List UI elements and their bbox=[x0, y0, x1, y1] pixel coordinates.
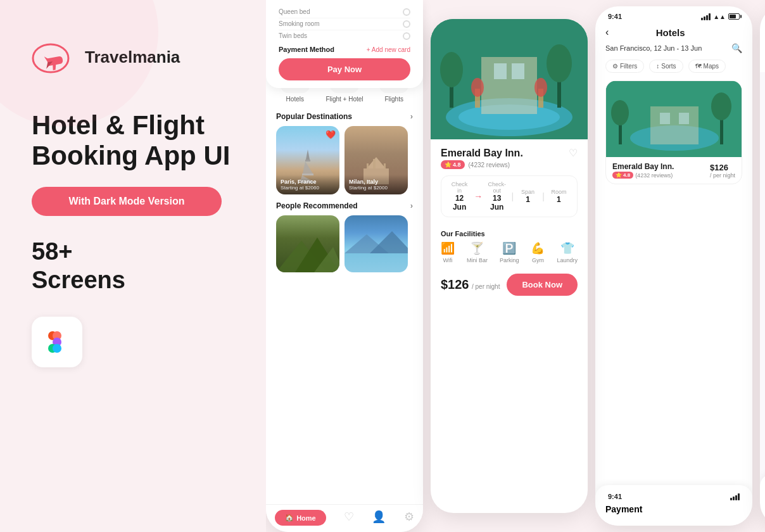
paris-card[interactable]: ❤️ Paris, France Starting at $2060 bbox=[276, 126, 339, 194]
payment-status-bar: 9:41 bbox=[605, 493, 742, 504]
svg-rect-30 bbox=[494, 63, 507, 79]
search-bar-row: San Francisco, 12 Jun - 13 Jun 🔍 bbox=[595, 43, 752, 57]
logo-row: Travelmania bbox=[32, 38, 234, 76]
minibar-facility: 🍸 Mini Bar bbox=[467, 241, 488, 263]
recommended-arrow-icon[interactable]: › bbox=[410, 201, 413, 210]
hotel-info: Emerald Bay Inn. ♡ ⭐ 4.8 (4232 reviews) … bbox=[431, 139, 588, 225]
pay-now-button[interactable]: Pay Now bbox=[279, 58, 410, 80]
checkin-row: Check in 12 Jun → Check-out 13 Jun | Spa… bbox=[441, 175, 578, 217]
hotel-card-info: Emerald Bay Inn. ⭐ 4.8 (4232 reviews) $1… bbox=[606, 157, 742, 184]
home-screen-content: 9:41 📶 H bbox=[266, 13, 423, 532]
mountain-icon bbox=[276, 228, 339, 272]
laundry-facility-icon: 👕 bbox=[560, 241, 574, 255]
book-now-button[interactable]: Book Now bbox=[507, 274, 578, 296]
radio-queen bbox=[403, 8, 410, 16]
payment-options-labels: Queen bed Smoking room Twin beds bbox=[279, 6, 410, 42]
paris-overlay: Paris, France Starting at $2060 bbox=[276, 175, 339, 194]
home-nav-button[interactable]: 🏠 Home bbox=[275, 510, 326, 526]
svg-rect-43 bbox=[650, 106, 699, 144]
bottom-nav: 🏠 Home ♡ 👤 ⚙ bbox=[266, 504, 423, 532]
bookings-bottom-card: 9:41 Bookings Upcoming Completed Cancell… bbox=[760, 474, 765, 526]
svg-rect-44 bbox=[660, 113, 670, 124]
checkin-item: Check in 12 Jun bbox=[449, 181, 470, 212]
svg-rect-45 bbox=[679, 113, 689, 124]
wifi-facility-icon: 📶 bbox=[441, 241, 455, 255]
svg-point-39 bbox=[611, 100, 629, 125]
screens-count: 58+ Screens bbox=[32, 238, 234, 295]
wishlist-toggle[interactable]: ♡ bbox=[569, 147, 578, 159]
forest-card[interactable] bbox=[276, 215, 339, 272]
back-button[interactable]: ‹ bbox=[605, 27, 609, 38]
resort-illustration bbox=[431, 19, 588, 139]
svg-point-28 bbox=[547, 44, 572, 82]
hotel-detail-phone: Emerald Bay Inn. ♡ ⭐ 4.8 (4232 reviews) … bbox=[431, 19, 588, 513]
hotel-name-row: Emerald Bay Inn. ♡ bbox=[441, 147, 578, 159]
filters-button[interactable]: ⚙ Filters bbox=[605, 60, 644, 73]
payment-screen-bottom: 9:41 Payment bbox=[595, 485, 752, 526]
svg-point-26 bbox=[440, 52, 463, 87]
hotels-list-title-bar: ‹ Hotels bbox=[595, 23, 752, 43]
map-icon: 🗺 bbox=[695, 63, 702, 70]
search-icon-3[interactable]: 🔍 bbox=[731, 43, 742, 53]
radio-smoking bbox=[403, 20, 410, 28]
profile-nav[interactable]: 👤 bbox=[372, 510, 386, 526]
hotel-card-rating-badge: ⭐ 4.8 bbox=[612, 172, 633, 179]
svg-rect-31 bbox=[512, 63, 524, 79]
svg-marker-8 bbox=[303, 162, 313, 174]
screens-count-block: 58+ Screens bbox=[32, 231, 234, 295]
account-icon: ⚙ bbox=[404, 510, 414, 524]
price-block: $126 / per night bbox=[441, 277, 500, 292]
svg-rect-21 bbox=[345, 253, 408, 272]
paris-heart-icon[interactable]: ❤️ bbox=[326, 130, 336, 139]
popular-arrow-icon[interactable]: › bbox=[410, 111, 413, 121]
payment-status-icons bbox=[730, 493, 740, 500]
main-title: Hotel & Flight Booking App UI bbox=[32, 110, 234, 172]
hotel-card-resort-image bbox=[606, 81, 742, 157]
milan-card[interactable]: Milan, Italy Starting at $2000 bbox=[345, 126, 408, 194]
search-form: Search Flight + Hotel One-way Round-trip… bbox=[760, 89, 765, 469]
svg-rect-7 bbox=[305, 160, 310, 162]
svg-rect-14 bbox=[367, 163, 369, 168]
maps-button[interactable]: 🗺 Maps bbox=[688, 60, 726, 73]
destinations-grid: ❤️ Paris, France Starting at $2060 bbox=[266, 124, 423, 197]
svg-rect-13 bbox=[373, 159, 376, 168]
filter-icon: ⚙ bbox=[612, 63, 618, 70]
recommended-section-header: People Recommended › bbox=[266, 197, 423, 213]
status-bar-3: 9:41 ▲▲ bbox=[595, 6, 752, 23]
price-book-row: $126 / per night Book Now bbox=[431, 269, 588, 303]
account-nav[interactable]: ⚙ bbox=[404, 510, 414, 526]
filter-row: ⚙ Filters ↕ Sorts 🗺 Maps bbox=[595, 57, 752, 78]
facilities-row: 📶 Wifi 🍸 Mini Bar 🅿️ Parking 💪 Gym 👕 bbox=[441, 241, 578, 263]
lake-card[interactable] bbox=[345, 215, 408, 272]
home-screen-phone: 9:41 📶 H bbox=[266, 13, 423, 532]
sorts-button[interactable]: ↕ Sorts bbox=[649, 60, 683, 73]
rating-badge: ⭐ 4.8 bbox=[441, 160, 465, 169]
battery-icon-3 bbox=[728, 13, 740, 20]
gym-facility: 💪 Gym bbox=[531, 241, 545, 263]
hotel-card-image bbox=[606, 81, 742, 157]
payment-screen-title-row: Payment bbox=[605, 504, 742, 514]
wishlist-icon: ♡ bbox=[344, 510, 354, 524]
people-rec-grid bbox=[266, 213, 423, 275]
svg-rect-15 bbox=[384, 163, 386, 168]
wifi-facility: 📶 Wifi bbox=[441, 241, 455, 263]
hotel-card-details: Emerald Bay Inn. ⭐ 4.8 (4232 reviews) bbox=[612, 162, 674, 179]
home-nav-icon: 🏠 bbox=[285, 514, 294, 522]
search-flight-hotel-phone: 9:41 San Francisco Los Angeles bbox=[760, 6, 765, 526]
laundry-facility: 👕 Laundry bbox=[557, 241, 578, 263]
wishlist-nav[interactable]: ♡ bbox=[344, 510, 354, 526]
wifi-icon-3: ▲▲ bbox=[713, 13, 726, 20]
payment-signal bbox=[730, 493, 740, 500]
checkin-arrow-icon: → bbox=[474, 191, 483, 201]
svg-rect-29 bbox=[481, 57, 537, 114]
hotel-list-card[interactable]: Emerald Bay Inn. ⭐ 4.8 (4232 reviews) $1… bbox=[605, 80, 742, 184]
parking-facility: 🅿️ Parking bbox=[500, 241, 519, 263]
popular-section-header: Popular Destinations › bbox=[266, 108, 423, 124]
hotels-list-phone: 9:41 ▲▲ ‹ Hotels Sa bbox=[595, 6, 752, 526]
svg-point-41 bbox=[711, 92, 731, 120]
parking-facility-icon: 🅿️ bbox=[502, 241, 516, 255]
dark-mode-button[interactable]: With Dark Mode Version bbox=[32, 187, 222, 216]
svg-marker-6 bbox=[306, 149, 310, 160]
svg-point-5 bbox=[53, 344, 61, 353]
payment-method-row: Payment Method + Add new card bbox=[279, 46, 410, 53]
